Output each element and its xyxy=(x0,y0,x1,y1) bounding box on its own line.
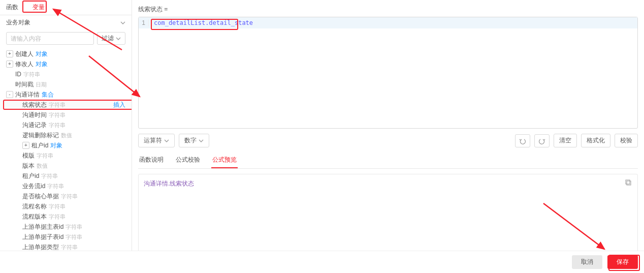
tree-type: 字符串 xyxy=(49,111,66,119)
code-editor[interactable]: 1 com_detailList.detail_state xyxy=(138,17,638,129)
tree-item-creator[interactable]: + 创建人 对象 xyxy=(0,49,132,59)
tree-label: 创建人 xyxy=(15,50,34,58)
subtab-preview[interactable]: 公式预览 xyxy=(211,153,238,168)
undo-button[interactable] xyxy=(515,134,530,147)
tree-item[interactable]: 业务流id字符串 xyxy=(0,181,132,191)
left-tabs: 函数 变量 xyxy=(0,0,132,15)
tree-item-modifier[interactable]: + 修改人 对象 xyxy=(0,59,132,69)
tree-type: 字符串 xyxy=(41,172,58,180)
chevron-down-icon xyxy=(116,36,121,41)
tree-label: 沟通详情 xyxy=(15,90,40,99)
biz-object-header[interactable]: 业务对象 xyxy=(0,15,132,30)
format-button[interactable]: 格式化 xyxy=(581,134,610,147)
tree-item[interactable]: 租户id字符串 xyxy=(0,171,132,181)
operator-button[interactable]: 运算符 xyxy=(138,134,175,147)
tree-item[interactable]: 是否核心单据字符串 xyxy=(0,191,132,201)
collapse-icon[interactable]: - xyxy=(6,91,13,98)
tree-label: 逻辑删除标记 xyxy=(22,131,59,140)
line-number: 1 xyxy=(139,19,149,26)
filter-button[interactable]: 过滤 xyxy=(97,32,125,45)
tree-item[interactable]: 流程名称字符串 xyxy=(0,201,132,211)
tree-type: 字符串 xyxy=(49,203,66,210)
svg-rect-1 xyxy=(626,180,630,184)
chevron-down-icon xyxy=(120,20,125,25)
tree-type: 字符串 xyxy=(66,223,82,231)
preview-area: 沟通详情.线索状态 xyxy=(138,174,638,253)
tree-type: 集合 xyxy=(42,90,54,99)
tree-type: 字符串 xyxy=(49,122,66,129)
tree-item[interactable]: 模版字符串 xyxy=(0,150,132,161)
tree-label: 修改人 xyxy=(15,60,34,69)
tree-label: 沟通记录 xyxy=(22,121,47,130)
tree-item[interactable]: 上游单据主表id字符串 xyxy=(0,222,132,232)
tree-label: 上游单据类型 xyxy=(22,243,59,252)
tree-type: 字符串 xyxy=(37,152,53,160)
tab-function[interactable]: 函数 xyxy=(4,0,20,15)
tree-item-detail[interactable]: - 沟通详情 集合 xyxy=(0,89,132,100)
search-input[interactable] xyxy=(6,32,94,45)
chevron-down-icon xyxy=(164,138,169,143)
biz-object-label: 业务对象 xyxy=(6,18,30,27)
cancel-button[interactable]: 取消 xyxy=(572,255,602,269)
tree-item-state[interactable]: 线索状态 字符串 插入 xyxy=(0,100,132,110)
preview-text: 沟通详情.线索状态 xyxy=(144,180,194,187)
tree-label: 上游单据子表id xyxy=(22,233,63,241)
number-label: 数字 xyxy=(184,136,197,145)
tree-type: 对象 xyxy=(36,60,48,69)
tree-item-tenant[interactable]: +租户id对象 xyxy=(0,140,132,150)
tree-item-timestamp[interactable]: 时间戳 日期 xyxy=(0,79,132,89)
expand-icon[interactable]: + xyxy=(22,142,29,149)
filter-label: 过滤 xyxy=(102,34,114,43)
tree-type: 日期 xyxy=(36,81,47,88)
tree-type: 字符串 xyxy=(49,213,66,221)
svg-rect-0 xyxy=(627,181,631,185)
redo-button[interactable] xyxy=(534,134,550,147)
number-button[interactable]: 数字 xyxy=(179,134,209,147)
chevron-down-icon xyxy=(199,138,204,143)
tree-label: 租户id xyxy=(31,141,48,150)
tree-type: 字符串 xyxy=(23,71,40,78)
tree-type: 字符串 xyxy=(61,244,78,251)
tree-label: 流程版本 xyxy=(22,213,47,221)
insert-button[interactable]: 插入 xyxy=(113,101,125,109)
undo-icon xyxy=(519,137,526,144)
tree-type: 数值 xyxy=(61,132,72,139)
tree-label: 版本 xyxy=(22,162,35,170)
tab-variable[interactable]: 变量 xyxy=(30,0,47,15)
tree-item[interactable]: 逻辑删除标记数值 xyxy=(0,130,132,140)
tree-item[interactable]: 版本数值 xyxy=(0,161,132,171)
tree-label: 流程名称 xyxy=(22,202,47,211)
tree-type: 字符串 xyxy=(61,193,78,200)
tree-item-id[interactable]: ID 字符串 xyxy=(0,69,132,79)
variable-tree: + 创建人 对象 + 修改人 对象 ID 字符串 时间戳 日期 - 沟通详情 xyxy=(0,47,132,253)
tree-label: 业务流id xyxy=(22,182,45,191)
tree-item[interactable]: 沟通时间字符串 xyxy=(0,110,132,120)
tree-type: 字符串 xyxy=(49,101,66,109)
validate-button[interactable]: 校验 xyxy=(615,134,638,147)
tree-type: 字符串 xyxy=(47,183,64,190)
tree-type: 对象 xyxy=(50,141,62,150)
tree-label: 线索状态 xyxy=(22,101,47,109)
subtab-check[interactable]: 公式校验 xyxy=(175,153,201,168)
tree-label: 租户id xyxy=(22,172,39,180)
tree-label: 时间戳 xyxy=(15,80,34,89)
operator-label: 运算符 xyxy=(144,136,162,145)
expand-icon[interactable]: + xyxy=(6,50,13,57)
save-button[interactable]: 保存 xyxy=(607,255,638,269)
sub-tabs: 函数说明 公式校验 公式预览 xyxy=(138,153,638,169)
tree-label: 模版 xyxy=(22,151,35,160)
subtab-desc[interactable]: 函数说明 xyxy=(138,153,165,168)
expand-icon[interactable]: + xyxy=(6,60,13,68)
redo-icon xyxy=(538,137,545,144)
copy-icon[interactable] xyxy=(625,179,632,188)
clear-button[interactable]: 清空 xyxy=(554,134,577,147)
tree-type: 数值 xyxy=(37,162,48,170)
tree-item[interactable]: 上游单据子表id字符串 xyxy=(0,232,132,242)
tree-type: 对象 xyxy=(36,50,48,58)
footer: 取消 保存 xyxy=(0,251,644,273)
tree-item[interactable]: 流程版本字符串 xyxy=(0,211,132,222)
tree-label: 沟通时间 xyxy=(22,111,47,119)
tree-label: ID xyxy=(15,71,21,78)
tree-label: 上游单据主表id xyxy=(22,223,63,231)
tree-item[interactable]: 沟通记录字符串 xyxy=(0,120,132,130)
